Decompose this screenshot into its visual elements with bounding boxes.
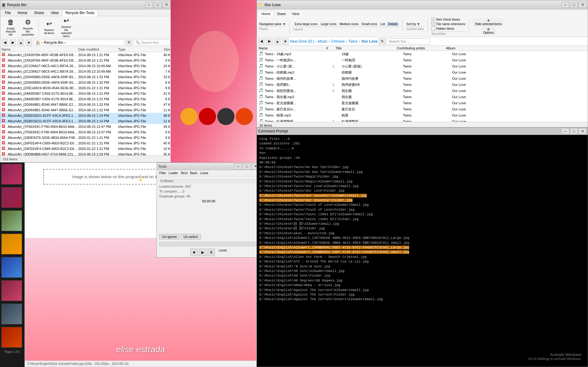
col-size[interactable]: Size (152, 48, 170, 51)
ol-path[interactable]: New Drive (D:) › Music › Chinese › Twins… (290, 39, 377, 44)
dup-maximize-button[interactable]: □ (243, 163, 251, 170)
col-type[interactable]: Type (118, 48, 152, 51)
music-row[interactable]: 🎵 Twins - 我想想愛他... 3 我生圖 Twins Our Love (257, 88, 588, 94)
thumbnail-7[interactable] (1, 304, 22, 324)
empty-recycle-bin-button[interactable]: 🗑 Empty Recycle Bin (3, 18, 19, 37)
minimize-button[interactable]: ─ (145, 2, 153, 8)
file-row[interactable]: 🖼 AlbumArt_{3A69D5B7-C459-417D-9014-8E9D… (0, 91, 172, 96)
ol-back-button[interactable]: ◀ (258, 38, 265, 45)
thumbnail-2[interactable] (1, 187, 22, 208)
file-row[interactable]: 🖼 AlbumArt_{3A69D5B7-C459-417D-9014-8E9D… (0, 96, 172, 102)
file-row[interactable]: 🖼 AlbumArt_{1FA39784-485F-4D3B-AFE0-D8EC… (0, 52, 172, 58)
ol-maximize-button[interactable]: □ (570, 2, 578, 8)
address-path[interactable]: 🏠 › Recycle Bin › (33, 40, 124, 46)
ol-close-button[interactable]: ✕ (578, 2, 586, 8)
ol-tab-home[interactable]: Home (258, 11, 274, 16)
music-row[interactable]: 🎵 Twins - 我們愛6... 1 我們經愛6年 Twins Our Lov… (257, 82, 588, 88)
stop-button[interactable]: ■ (190, 249, 198, 256)
col-contributing[interactable]: Contributing artists (397, 46, 446, 50)
file-row[interactable]: 🖼 AlbumArt_{7F66343C-F790-4564-B610-8AA1… (0, 129, 172, 135)
forward-button[interactable]: ▶ (10, 39, 16, 46)
close-button[interactable]: ✕ (162, 2, 170, 8)
music-row[interactable]: 🎵 Twins - 虹蘆嗯飄呀... 2 虹蘆嗯飄呀 Twins Our Lov… (257, 118, 588, 122)
tab-share[interactable]: Share (31, 10, 47, 16)
music-row[interactable]: 🎵 Twins - 森巴皇后m... 森巴皇后 Twins Our Love (257, 106, 588, 112)
col-album[interactable]: Album (446, 46, 483, 50)
large-icons-opt[interactable]: Large icons (319, 22, 338, 26)
maximize-button[interactable]: □ (154, 2, 162, 8)
file-row[interactable]: 🖼 AlbumArt_{2DE1A9C9-9D30-4544-9E36-9D33… (0, 85, 172, 91)
thumbnail-6[interactable] (1, 280, 22, 301)
file-row[interactable]: 🖼 AlbumArt_{3D0648B1-B346-4847-BB6E-E23D… (0, 107, 172, 113)
thumbnail-3[interactable] (1, 210, 22, 231)
file-row[interactable]: 🖼 AlbumArt_{26FEEAF4-C689-46E0-B2C2-E6E3… (0, 140, 172, 146)
item-checkboxes-cb[interactable] (431, 17, 435, 21)
file-extensions-cb[interactable] (431, 22, 435, 26)
file-row[interactable]: 🖼 AlbumArt_{2C239A27-08C5-44C1-B87A-28B2… (0, 69, 172, 74)
play-button[interactable]: ▶ (199, 249, 206, 256)
medium-icons-opt[interactable]: Medium icons (338, 22, 360, 26)
unignore-button[interactable]: Un-ignore (159, 234, 180, 239)
file-row[interactable]: 🖼 AlbumArt_{5EBD2ED1-6CFF-43CA-9FE3-14BB… (0, 113, 172, 118)
back-button[interactable]: ◀ (2, 39, 8, 46)
ol-forward-button[interactable]: ▶ (266, 38, 273, 45)
col-hash[interactable]: # (326, 46, 335, 50)
dup-minimize-button[interactable]: ─ (234, 163, 242, 170)
small-icons-opt[interactable]: Small icons (360, 22, 378, 26)
music-row[interactable]: 🎵 Twins - 我生圖.mp3 我生圖 Twins Our Love (257, 94, 588, 100)
bin-properties-button[interactable]: ⚙ Recycle Bin properties (20, 18, 36, 37)
tab-file[interactable]: File (2, 10, 14, 16)
ol-tab-view[interactable]: View (289, 11, 303, 16)
restore-selected-button[interactable]: ↩ Restore the selected items (58, 18, 74, 37)
cmd-minimize-button[interactable]: ─ (561, 128, 569, 134)
file-row[interactable]: 🖼 AlbumArt_{30D868B8-0457-4710-8866-221E… (0, 151, 172, 155)
pause-button[interactable]: ⏸ (207, 249, 215, 256)
file-row[interactable]: 🖼 AlbumArt_{2D945B80-D55E-4AFA-939F-B1AA… (0, 80, 172, 85)
thumbnail-1[interactable] (1, 164, 22, 185)
restore-all-button[interactable]: ↩ Restore all items (41, 18, 57, 37)
tab-home[interactable]: Home (14, 10, 31, 16)
music-row[interactable]: 🎵 Twins - 星光遊樂園... 星光遊樂園 Twins Our Love (257, 100, 588, 106)
ol-search-input[interactable] (387, 38, 430, 44)
file-row[interactable]: 🖼 AlbumArt_{18DE9379-32D6-4B34-A564-F485… (0, 135, 172, 140)
music-row[interactable]: 🎵 Twins - 18歲.mp3 18歲 Twins Our Love (257, 51, 588, 57)
file-row[interactable]: 🖼 AlbumArt_{3D0648B1-B346-4847-BB6E-E23D… (0, 102, 172, 107)
hide-selected-button[interactable]: 👁 Hide selected items (473, 18, 504, 27)
up-button[interactable]: ▲ (17, 39, 24, 46)
unselect-button[interactable]: Un-select (181, 234, 200, 239)
file-row[interactable]: 🖼 AlbumArt_{2D945B80-D55E-4AFA-939F-B1AA… (0, 74, 172, 80)
file-row[interactable]: 🖼 AlbumArt_{1FA39784-485F-4D3B-AFE0-D8EC… (0, 58, 172, 63)
file-row[interactable]: 🖼 AlbumArt_{5EBD2ED1-6CFF-43CA-9FE3-14BB… (0, 118, 172, 124)
tab-view[interactable]: View (47, 10, 62, 16)
ol-refresh-button[interactable]: ↻ (379, 38, 385, 45)
search-box[interactable]: 🔍 Search Rec... (133, 40, 170, 46)
cmd-maximize-button[interactable]: □ (570, 128, 578, 134)
music-row[interactable]: 🎵 Twins - 小心愛 (新... 1 小心愛 (新版) Twins Our… (257, 63, 588, 69)
details-opt[interactable]: Details (387, 22, 399, 26)
extra-large-icons-opt[interactable]: Extra large icons (293, 22, 319, 26)
col-name[interactable]: Name (2, 48, 78, 51)
col-music-name[interactable]: Name (259, 46, 326, 50)
recent-button[interactable]: ▼ (25, 39, 32, 46)
ol-minimize-button[interactable]: ─ (561, 2, 569, 8)
tab-recycle-bin-tools[interactable]: Recycle Bin Tools (62, 10, 98, 16)
thumbnail-4[interactable] (1, 234, 22, 254)
hidden-items-cb[interactable] (431, 27, 435, 30)
refresh-button[interactable]: ↻ (126, 39, 132, 46)
ol-tab-share[interactable]: Share (274, 11, 289, 16)
thumbnail-5[interactable] (1, 257, 22, 278)
file-row[interactable]: 🖼 AlbumArt_{2C239A27-08C5-44C1-B87A-28B2… (0, 63, 172, 69)
music-row[interactable]: 🎵 Twins - 德州約故事... 德州约故事 Twins Our Love (257, 75, 588, 82)
options-button[interactable]: ⚙ Options (481, 27, 496, 35)
file-row[interactable]: 🖼 AlbumArt_{26FEEAF4-C689-46E0-B2C2-E6E3… (0, 146, 172, 151)
ol-recent-button[interactable]: ▼ (282, 38, 289, 45)
thumbnail-8[interactable] (1, 327, 22, 348)
col-title[interactable]: Title (335, 46, 397, 50)
col-date[interactable]: Date modified (78, 48, 118, 51)
file-row[interactable]: 🖼 AlbumArt_{7F66343C-F790-4564-B610-8AA1… (0, 124, 172, 129)
cmd-close-button[interactable]: ✕ (578, 128, 586, 134)
music-row[interactable]: 🎵 Twins - 一時無謂m... 一時無謂 Twins Our Love (257, 57, 588, 63)
list-opt[interactable]: List (379, 22, 386, 26)
ol-up-button[interactable]: ▲ (274, 38, 281, 45)
music-row[interactable]: 🎵 Twins - 幼稚園.mp3 幼稚園 Twins Our Love (257, 69, 588, 75)
